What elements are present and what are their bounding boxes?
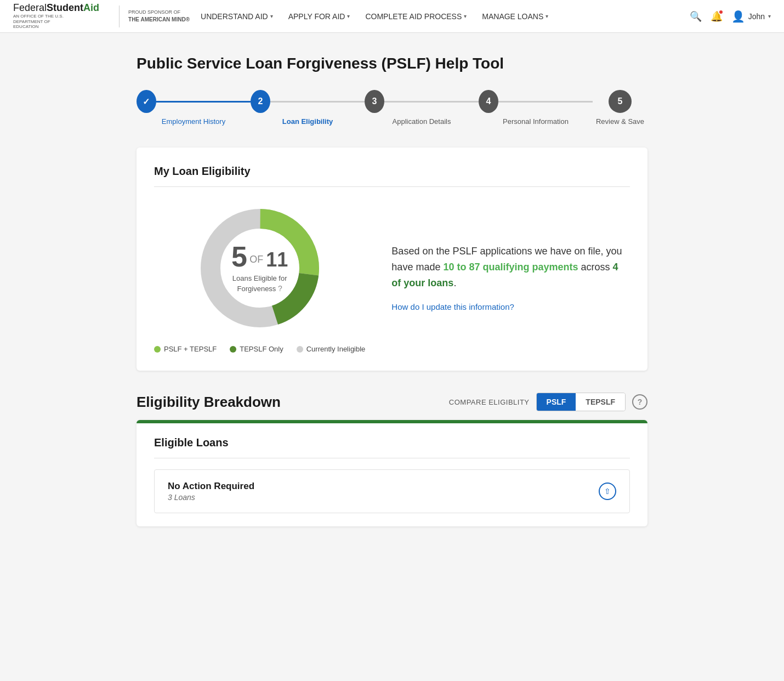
step-circle-5: 5: [609, 90, 632, 113]
eligible-loans-title: Eligible Loans: [154, 436, 630, 458]
donut-center: 5 OF 11 Loans Eligible forForgiveness ?: [231, 242, 288, 294]
stepper: ✓ Employment History 2 Loan Eligibility …: [137, 90, 647, 126]
legend-dot-pslf-tepslf: [154, 346, 161, 353]
nav-manage-loans[interactable]: MANAGE LOANS ▾: [475, 8, 555, 25]
eligibility-breakdown-header: Eligibility Breakdown COMPARE ELIGIBLITY…: [137, 393, 647, 411]
loan-info-text: Based on the PSLF applications we have o…: [391, 243, 630, 291]
logo-text: FederalStudentAid: [13, 3, 99, 14]
notification-button[interactable]: 🔔: [711, 10, 723, 22]
info-text-3: .: [453, 277, 456, 288]
info-highlight: 10 to 87 qualifying payments: [443, 262, 578, 273]
step-circle-4: 4: [479, 90, 498, 113]
nav-complete-aid-process[interactable]: COMPLETE AID PROCESS ▾: [359, 8, 473, 25]
forgiveness-help-icon[interactable]: ?: [278, 284, 282, 293]
logo-student: Student: [47, 2, 83, 13]
user-menu-button[interactable]: 👤 John ▾: [731, 10, 771, 23]
user-chevron-icon: ▾: [768, 13, 771, 19]
legend-label-ineligible: Currently Ineligible: [306, 345, 366, 353]
loan-content: 5 OF 11 Loans Eligible forForgiveness ? …: [154, 202, 630, 353]
eligibility-card: Eligible Loans No Action Required 3 Loan…: [137, 420, 647, 526]
donut-chart: 5 OF 11 Loans Eligible forForgiveness ?: [194, 202, 326, 334]
step-circle-1: ✓: [137, 90, 156, 113]
navbar: FederalStudentAid AN OFFICE OF THE U.S. …: [0, 0, 784, 33]
step-personal-information[interactable]: 4 Personal Information: [479, 90, 593, 126]
step-circle-2: 2: [251, 90, 270, 113]
legend-item-ineligible: Currently Ineligible: [297, 345, 366, 353]
legend-dot-ineligible: [297, 346, 303, 353]
logo-subtext: AN OFFICE OF THE U.S. DEPARTMENT OF EDUC…: [13, 14, 68, 30]
donut-wrapper: 5 OF 11 Loans Eligible forForgiveness ? …: [154, 202, 365, 353]
step-circle-3: 3: [365, 90, 384, 113]
eligibility-breakdown-title: Eligibility Breakdown: [137, 394, 281, 411]
legend-label-pslf-tepslf: PSLF + TEPSLF: [164, 345, 217, 353]
eligibility-help-icon[interactable]: ?: [632, 394, 647, 410]
step-application-details[interactable]: 3 Application Details: [365, 90, 479, 126]
update-link[interactable]: How do I update this information?: [391, 302, 514, 311]
search-icon: 🔍: [690, 11, 702, 22]
main-nav: UNDERSTAND AID ▾ APPLY FOR AID ▾ COMPLET…: [194, 8, 690, 25]
tepslf-toggle-button[interactable]: TEPSLF: [576, 393, 625, 411]
logo[interactable]: FederalStudentAid AN OFFICE OF THE U.S. …: [13, 3, 99, 30]
legend-item-pslf-tepslf: PSLF + TEPSLF: [154, 345, 217, 353]
info-text-2: across: [578, 262, 613, 273]
legend-dot-tepslf-only: [230, 346, 236, 353]
step-loan-eligibility[interactable]: 2 Loan Eligibility: [251, 90, 365, 126]
donut-legend: PSLF + TEPSLF TEPSLF Only Currently Inel…: [154, 345, 365, 353]
main-content: Public Service Loan Forgiveness (PSLF) H…: [123, 33, 661, 548]
user-name: John: [748, 12, 765, 21]
no-action-row[interactable]: No Action Required 3 Loans ⇧: [154, 469, 630, 513]
nav-understand-aid[interactable]: UNDERSTAND AID ▾: [194, 8, 280, 25]
step-label-5: Review & Save: [596, 117, 644, 126]
donut-of-label: OF: [249, 254, 266, 265]
navbar-actions: 🔍 🔔 👤 John ▾: [690, 10, 771, 23]
legend-item-tepslf-only: TEPSLF Only: [230, 345, 283, 353]
complete-aid-chevron-icon: ▾: [464, 13, 467, 19]
step-label-3: Application Details: [393, 117, 451, 126]
page-title: Public Service Loan Forgiveness (PSLF) H…: [137, 55, 647, 72]
step-label-1: Employment History: [162, 117, 225, 126]
step-review-save[interactable]: 5 Review & Save: [593, 90, 647, 126]
logo-federal: Federal: [13, 2, 47, 13]
step-label-2: Loan Eligibility: [282, 117, 333, 126]
step-employment-history[interactable]: ✓ Employment History: [137, 90, 251, 126]
notification-badge: [718, 9, 724, 15]
donut-eligible-count: 5: [231, 241, 247, 273]
logo-divider: [119, 5, 120, 27]
understand-aid-chevron-icon: ▾: [270, 13, 273, 19]
loan-eligibility-title: My Loan Eligibility: [154, 165, 630, 187]
logo-sponsor: PROUD SPONSOR of the AMERICAN MIND®: [128, 9, 190, 24]
loan-info: Based on the PSLF applications we have o…: [391, 243, 630, 311]
donut-number-display: 5 OF 11: [231, 242, 288, 271]
logo-aid: Aid: [83, 2, 99, 13]
search-button[interactable]: 🔍: [690, 10, 702, 22]
step-label-4: Personal Information: [503, 117, 569, 126]
donut-total-count: 11: [266, 248, 288, 271]
compare-area: COMPARE ELIGIBLITY PSLF TEPSLF ?: [449, 393, 647, 411]
user-icon: 👤: [731, 10, 745, 23]
legend-label-tepslf-only: TEPSLF Only: [240, 345, 283, 353]
chevron-up-icon[interactable]: ⇧: [599, 483, 616, 500]
apply-for-aid-chevron-icon: ▾: [347, 13, 350, 19]
toggle-group: PSLF TEPSLF: [536, 393, 626, 411]
no-action-subtitle: 3 Loans: [168, 493, 599, 502]
pslf-toggle-button[interactable]: PSLF: [537, 393, 576, 411]
donut-label: Loans Eligible forForgiveness ?: [231, 274, 288, 294]
no-action-title: No Action Required: [168, 481, 599, 492]
compare-label: COMPARE ELIGIBLITY: [449, 398, 530, 406]
loan-row-content: No Action Required 3 Loans: [168, 481, 599, 502]
eligible-loans-section: Eligible Loans No Action Required 3 Loan…: [137, 423, 647, 526]
nav-apply-for-aid[interactable]: APPLY FOR AID ▾: [282, 8, 357, 25]
loan-eligibility-card: My Loan Eligibility: [137, 147, 647, 371]
manage-loans-chevron-icon: ▾: [546, 13, 548, 19]
